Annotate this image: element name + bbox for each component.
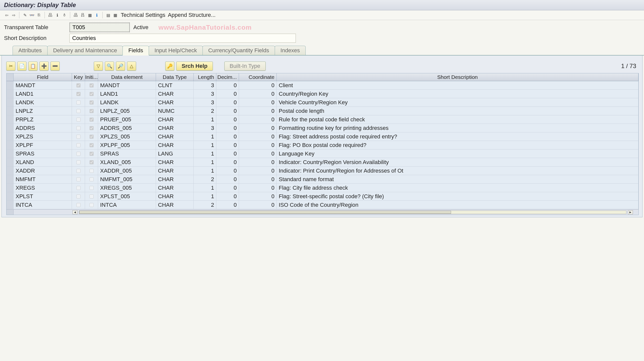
cell-field[interactable]: XLAND — [14, 158, 72, 166]
scroll-left-icon[interactable]: ◀ — [72, 210, 77, 214]
cell-key[interactable] — [72, 175, 85, 183]
cell-data-element[interactable]: ADDRS_005 — [98, 124, 156, 132]
cell-init[interactable] — [85, 132, 98, 141]
table-row[interactable]: LANDKLANDKCHAR300Vehicle Country/Region … — [7, 98, 638, 107]
cell-init[interactable] — [85, 107, 98, 115]
cell-init[interactable] — [85, 98, 98, 107]
cell-field[interactable]: ADDRS — [14, 124, 72, 132]
cell-key[interactable] — [72, 158, 85, 166]
cell-field[interactable]: XPLZS — [14, 132, 72, 141]
tab-attributes[interactable]: Attributes — [13, 46, 48, 55]
delete-row-button[interactable]: ➖ — [51, 62, 60, 71]
col-selector[interactable] — [7, 73, 14, 81]
info-icon[interactable]: ℹ — [94, 12, 100, 18]
cell-key[interactable] — [72, 124, 85, 132]
cell-init[interactable] — [85, 149, 98, 158]
cell-key[interactable] — [72, 167, 85, 175]
row-selector[interactable] — [7, 184, 14, 192]
table-row[interactable]: LAND1LAND1CHAR300Country/Region Key — [7, 90, 638, 98]
cell-key[interactable] — [72, 107, 85, 115]
row-selector[interactable] — [7, 115, 14, 124]
forward-icon[interactable]: ⇨ — [11, 12, 17, 18]
tab-indexes[interactable]: Indexes — [275, 46, 306, 55]
cell-data-element[interactable]: XADDR_005 — [98, 167, 156, 175]
table-row[interactable]: XREGSXREGS_005CHAR100Flag: City file add… — [7, 184, 638, 192]
cell-field[interactable]: MANDT — [14, 81, 72, 89]
cell-data-element[interactable]: LNPLZ_005 — [98, 107, 156, 115]
cell-data-element[interactable]: PRUEF_005 — [98, 115, 156, 124]
cell-data-element[interactable]: XPLZS_005 — [98, 132, 156, 141]
paste-button[interactable]: 📋 — [28, 62, 37, 71]
search-help-button[interactable]: Srch Help — [176, 62, 213, 71]
cell-init[interactable] — [85, 192, 98, 200]
tree-icon[interactable]: 吕 — [80, 12, 86, 18]
row-selector[interactable] — [7, 98, 14, 107]
row-selector[interactable] — [7, 132, 14, 141]
table-row[interactable]: XPLPFXPLPF_005CHAR100Flag: PO Box postal… — [7, 141, 638, 149]
tab-delivery-and-maintenance[interactable]: Delivery and Maintenance — [47, 46, 123, 55]
cut-button[interactable]: ✂ — [6, 62, 15, 71]
cell-data-element[interactable]: LANDK — [98, 98, 156, 107]
edit-icon[interactable]: ✎ — [22, 12, 28, 18]
check-icon[interactable]: ℹ — [54, 12, 60, 18]
tab-fields[interactable]: Fields — [123, 46, 149, 56]
cell-field[interactable]: XADDR — [14, 167, 72, 175]
col-field[interactable]: Field — [14, 73, 72, 81]
builtin-type-button[interactable]: Built-In Type — [224, 62, 266, 71]
technical-settings-link[interactable]: Technical Settings — [121, 12, 165, 18]
short-description-input[interactable] — [69, 34, 296, 43]
cell-field[interactable]: LANDK — [14, 98, 72, 107]
cell-data-element[interactable]: XPLPF_005 — [98, 141, 156, 149]
table-row[interactable]: MANDTMANDTCLNT300Client — [7, 81, 638, 90]
table-row[interactable]: XPLSTXPLST_005CHAR100Flag: Street-specif… — [7, 192, 638, 201]
row-selector[interactable] — [7, 201, 14, 209]
table-row[interactable]: XADDRXADDR_005CHAR100Indicator: Print Co… — [7, 167, 638, 175]
cell-key[interactable] — [72, 141, 85, 149]
glasses-icon[interactable]: 👓 — [29, 12, 35, 18]
activate-icon[interactable]: 🕯 — [61, 12, 67, 18]
cell-data-element[interactable]: XPLST_005 — [98, 192, 156, 200]
cell-data-element[interactable]: MANDT — [98, 81, 156, 89]
cell-field[interactable]: SPRAS — [14, 149, 72, 158]
cell-key[interactable] — [72, 192, 85, 200]
insert-row-button[interactable]: ➕ — [39, 62, 49, 71]
cell-init[interactable] — [85, 175, 98, 183]
cell-field[interactable]: LNPLZ — [14, 107, 72, 115]
key-button[interactable]: 🔑 — [165, 62, 174, 71]
cell-key[interactable] — [72, 98, 85, 107]
graphic-icon[interactable]: ▤ — [105, 12, 111, 18]
row-selector[interactable] — [7, 149, 14, 158]
row-selector[interactable] — [7, 81, 14, 89]
table-name-input[interactable] — [69, 23, 130, 32]
find-next-button[interactable]: 🔎 — [116, 62, 125, 71]
cell-field[interactable]: XPLPF — [14, 141, 72, 149]
table-icon[interactable]: ▦ — [112, 12, 118, 18]
table-row[interactable]: SPRASSPRASLANG100Language Key — [7, 149, 638, 158]
row-selector[interactable] — [7, 107, 14, 115]
horizontal-scrollbar[interactable]: ◀ ▶ — [7, 209, 638, 215]
cell-data-element[interactable]: INTCA — [98, 201, 156, 209]
scroll-right-icon[interactable]: ▶ — [628, 210, 633, 214]
table-row[interactable]: LNPLZLNPLZ_005NUMC200Postal code length — [7, 107, 638, 115]
cell-init[interactable] — [85, 141, 98, 149]
cell-field[interactable]: XPLST — [14, 192, 72, 200]
cell-init[interactable] — [85, 201, 98, 209]
append-structure-link[interactable]: Append Structure... — [168, 12, 216, 18]
find-button[interactable]: 🔍 — [105, 62, 114, 71]
cell-key[interactable] — [72, 132, 85, 141]
collapse-button[interactable]: △ — [127, 62, 136, 71]
cell-data-element[interactable]: SPRAS — [98, 149, 156, 158]
table-row[interactable]: XLANDXLAND_005CHAR100Indicator: Country/… — [7, 158, 638, 167]
copy-button[interactable]: 📄 — [17, 62, 26, 71]
table-row[interactable]: PRPLZPRUEF_005CHAR100Rule for the postal… — [7, 115, 638, 124]
cell-key[interactable] — [72, 184, 85, 192]
cell-data-element[interactable]: NMFMT_005 — [98, 175, 156, 183]
cell-init[interactable] — [85, 81, 98, 89]
other-object-icon[interactable]: ⎘ — [36, 12, 42, 18]
col-key[interactable]: Key — [72, 73, 85, 81]
col-coordinate[interactable]: Coordinate — [239, 73, 277, 81]
row-selector[interactable] — [7, 124, 14, 132]
cell-init[interactable] — [85, 115, 98, 124]
tab-input-help-check[interactable]: Input Help/Check — [149, 46, 203, 55]
cell-field[interactable]: NMFMT — [14, 175, 72, 183]
